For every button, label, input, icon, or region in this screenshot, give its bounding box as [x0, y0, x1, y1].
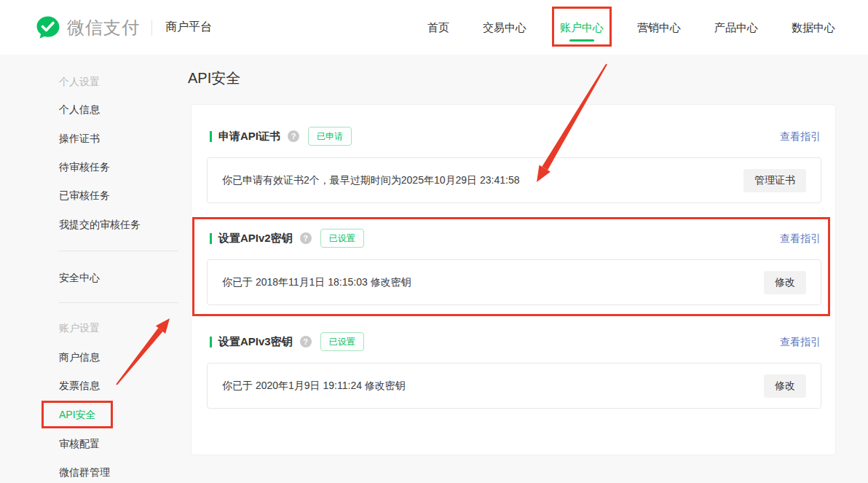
apiv2-key-status-text: 你已于 2018年11月1日 18:15:03 修改密钥 — [222, 276, 411, 289]
page-title: API安全 — [188, 68, 240, 88]
section-header: 设置APIv3密钥 ? 已设置 — [210, 332, 821, 351]
api-security-card: 申请API证书 ? 已申请 查看指引 你已申请有效证书2个，最早过期时间为202… — [191, 104, 836, 455]
question-mark-circle-icon[interactable]: ? — [300, 336, 312, 347]
nav-item-marketing-center[interactable]: 营销中心 — [637, 20, 681, 35]
wechat-pay-merchant-platform: 微信支付 商户平台 首页 交易中心 账户中心 营销中心 产品中心 数据中心 个人… — [0, 0, 868, 483]
logo-text: 微信支付 — [67, 16, 140, 39]
manage-certificate-button[interactable]: 管理证书 — [743, 169, 806, 192]
sidebar-divider — [59, 302, 178, 303]
question-mark-circle-icon[interactable]: ? — [300, 232, 312, 244]
sidebar-item-review-config[interactable]: 审核配置 — [59, 438, 100, 450]
wechat-pay-logo-icon — [35, 15, 61, 41]
section-header: 申请API证书 ? 已申请 — [210, 127, 821, 146]
nav-item-product-center[interactable]: 产品中心 — [714, 20, 758, 35]
sidebar-item-invoice-info[interactable]: 发票信息 — [59, 380, 100, 392]
top-nav: 首页 交易中心 账户中心 营销中心 产品中心 数据中心 — [427, 0, 835, 55]
brand-area[interactable]: 微信支付 商户平台 — [35, 0, 212, 55]
modify-apiv3-key-button[interactable]: 修改 — [764, 374, 806, 398]
sidebar-item-personal-info[interactable]: 个人信息 — [59, 103, 100, 116]
sidebar-item-merchant-info[interactable]: 商户信息 — [59, 351, 100, 364]
section-content-box: 你已于 2018年11月1日 18:15:03 修改密钥 修改 — [207, 259, 821, 305]
section-accent-bar — [210, 131, 212, 142]
nav-item-home[interactable]: 首页 — [427, 20, 449, 35]
nav-item-account-center[interactable]: 账户中心 — [560, 20, 604, 35]
sidebar-item-pending-review-tasks[interactable]: 待审核任务 — [59, 161, 110, 173]
sidebar-item-my-submitted-review-tasks[interactable]: 我提交的审核任务 — [59, 219, 141, 231]
sidebar-item-operation-certificate[interactable]: 操作证书 — [59, 133, 100, 145]
section-apiv2-key: 设置APIv2密钥 ? 已设置 查看指引 你已于 2018年11月1日 18:1… — [207, 229, 821, 305]
section-header: 设置APIv2密钥 ? 已设置 — [210, 229, 821, 248]
annotation-red-box-sidebar — [42, 401, 113, 428]
section-accent-bar — [210, 337, 212, 347]
annotation-red-box-nav — [552, 7, 612, 47]
section-title: 申请API证书 — [218, 130, 280, 144]
sidebar-item-reviewed-tasks[interactable]: 已审核任务 — [59, 189, 110, 202]
view-guide-link[interactable]: 查看指引 — [780, 130, 821, 144]
view-guide-link[interactable]: 查看指引 — [780, 336, 821, 349]
section-api-certificate: 申请API证书 ? 已申请 查看指引 你已申请有效证书2个，最早过期时间为202… — [207, 127, 821, 203]
sidebar-item-security-center[interactable]: 安全中心 — [59, 272, 100, 284]
modify-apiv2-key-button[interactable]: 修改 — [764, 271, 806, 294]
status-badge-set: 已设置 — [320, 229, 364, 248]
top-header: 微信支付 商户平台 首页 交易中心 账户中心 营销中心 产品中心 数据中心 — [0, 0, 868, 55]
nav-item-transaction-center[interactable]: 交易中心 — [483, 20, 526, 35]
section-accent-bar — [210, 233, 212, 244]
status-badge-set: 已设置 — [320, 332, 364, 351]
view-guide-link[interactable]: 查看指引 — [780, 232, 821, 246]
section-title: 设置APIv3密钥 — [218, 335, 293, 349]
sidebar: 个人设置 个人信息 操作证书 待审核任务 已审核任务 我提交的审核任务 安全中心… — [0, 55, 182, 483]
section-title: 设置APIv2密钥 — [218, 232, 293, 246]
status-badge-applied: 已申请 — [308, 127, 352, 146]
section-apiv3-key: 设置APIv3密钥 ? 已设置 查看指引 你已于 2020年1月9日 19:11… — [207, 332, 821, 409]
brand-divider — [151, 20, 152, 36]
section-content-box: 你已申请有效证书2个，最早过期时间为2025年10月29日 23:41:58 管… — [207, 157, 821, 203]
certificate-status-text: 你已申请有效证书2个，最早过期时间为2025年10月29日 23:41:58 — [222, 174, 519, 187]
nav-item-data-center[interactable]: 数据中心 — [792, 20, 835, 35]
sidebar-divider — [59, 251, 178, 251]
sidebar-group-personal-settings: 个人设置 — [59, 76, 100, 88]
sidebar-group-account-settings: 账户设置 — [59, 322, 100, 334]
portal-label: 商户平台 — [165, 20, 212, 35]
section-content-box: 你已于 2020年1月9日 19:11:24 修改密钥 修改 — [207, 363, 821, 409]
question-mark-circle-icon[interactable]: ? — [288, 130, 299, 142]
sidebar-item-wechat-group-management[interactable]: 微信群管理 — [59, 466, 110, 479]
apiv3-key-status-text: 你已于 2020年1月9日 19:11:24 修改密钥 — [222, 380, 406, 393]
